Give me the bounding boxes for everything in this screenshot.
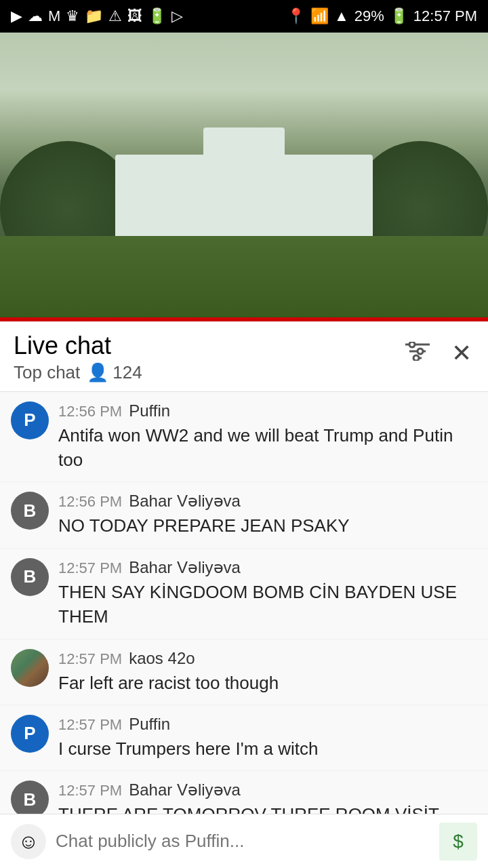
chat-message: B 12:56 PM Bahar Vəliyəva NO TODAY PREPA… bbox=[0, 482, 488, 548]
wifi-icon: 📶 bbox=[310, 7, 329, 25]
location-icon: 📍 bbox=[287, 7, 305, 25]
message-text: THEN SAY KİNGDOOM BOMB CİN BAYDEN USE TH… bbox=[58, 580, 477, 629]
message-meta: 12:56 PM Bahar Vəliyəva bbox=[58, 492, 477, 511]
message-content: 12:57 PM Puffin I curse Trumpers here I'… bbox=[58, 715, 477, 761]
image-icon: 🖼 bbox=[127, 7, 142, 25]
chat-messages-area: P 12:56 PM Puffin Antifa won WW2 and we … bbox=[0, 392, 488, 868]
super-chat-button[interactable]: $ bbox=[439, 823, 477, 861]
folder-icon: 📁 bbox=[85, 7, 103, 25]
message-time: 12:57 PM bbox=[58, 650, 122, 668]
message-author: Puffin bbox=[129, 401, 170, 420]
message-time: 12:57 PM bbox=[58, 782, 122, 800]
mastodon-icon: M bbox=[48, 7, 60, 25]
message-author: Bahar Vəliyəva bbox=[129, 492, 241, 511]
chat-header: Live chat Top chat 👤 124 ✕ bbox=[0, 321, 488, 392]
message-content: 12:56 PM Bahar Vəliyəva NO TODAY PREPARE… bbox=[58, 492, 477, 538]
chat-message: P 12:57 PM Puffin I curse Trumpers here … bbox=[0, 705, 488, 771]
message-meta: 12:56 PM Puffin bbox=[58, 401, 477, 420]
message-content: 12:56 PM Puffin Antifa won WW2 and we wi… bbox=[58, 401, 477, 473]
message-meta: 12:57 PM Puffin bbox=[58, 715, 477, 734]
message-text: NO TODAY PREPARE JEAN PSAKY bbox=[58, 513, 477, 538]
message-author: Bahar Vəliyəva bbox=[129, 558, 241, 577]
emoji-button[interactable]: ☺ bbox=[11, 824, 46, 859]
battery-icon-2: 🔋 bbox=[390, 7, 408, 25]
clock: 12:57 PM bbox=[413, 7, 477, 25]
signal-icon: ▲ bbox=[334, 7, 349, 25]
dollar-icon: $ bbox=[453, 831, 464, 852]
message-time: 12:57 PM bbox=[58, 716, 122, 734]
message-time: 12:56 PM bbox=[58, 493, 122, 511]
message-text: I curse Trumpers here I'm a witch bbox=[58, 736, 477, 761]
message-author: kaos 42o bbox=[129, 649, 195, 668]
message-text: Antifa won WW2 and we will beat Trump an… bbox=[58, 423, 477, 473]
filter-button[interactable] bbox=[403, 338, 432, 369]
avatar: B bbox=[11, 558, 49, 596]
status-bar-right: 📍 📶 ▲ 29% 🔋 12:57 PM bbox=[287, 7, 477, 25]
message-time: 12:56 PM bbox=[58, 403, 122, 420]
chat-input-bar: ☺ $ bbox=[0, 814, 488, 868]
battery-icon: 🔋 bbox=[148, 7, 166, 25]
message-text: Far left are racist too though bbox=[58, 671, 477, 695]
avatar bbox=[11, 649, 49, 687]
battery-percent: 29% bbox=[354, 7, 384, 25]
message-time: 12:57 PM bbox=[58, 559, 122, 577]
avatar: P bbox=[11, 715, 49, 753]
svg-point-3 bbox=[409, 342, 415, 347]
chat-header-actions: ✕ bbox=[403, 332, 474, 370]
avatar: B bbox=[11, 781, 49, 818]
messages-container: P 12:56 PM Puffin Antifa won WW2 and we … bbox=[0, 392, 488, 868]
avatar: B bbox=[11, 492, 49, 530]
avatar: P bbox=[11, 401, 49, 439]
chat-header-sub: Top chat 👤 124 bbox=[14, 362, 142, 383]
close-button[interactable]: ✕ bbox=[449, 336, 474, 370]
alert-icon: ⚠ bbox=[108, 7, 122, 25]
person-icon: 👤 bbox=[87, 362, 108, 383]
chat-message: 12:57 PM kaos 42o Far left are racist to… bbox=[0, 639, 488, 705]
top-chat-label[interactable]: Top chat bbox=[14, 362, 80, 383]
chat-message: P 12:56 PM Puffin Antifa won WW2 and we … bbox=[0, 392, 488, 483]
svg-point-4 bbox=[418, 349, 423, 354]
chat-header-left: Live chat Top chat 👤 124 bbox=[14, 332, 142, 383]
message-meta: 12:57 PM kaos 42o bbox=[58, 649, 477, 668]
emoji-icon: ☺ bbox=[18, 830, 39, 853]
message-content: 12:57 PM Bahar Vəliyəva THEN SAY KİNGDOO… bbox=[58, 558, 477, 629]
viewer-count-number: 124 bbox=[113, 362, 142, 383]
play-icon: ▷ bbox=[171, 7, 183, 25]
message-meta: 12:57 PM Bahar Vəliyəva bbox=[58, 781, 477, 800]
cloud-icon: ☁ bbox=[28, 7, 43, 25]
chat-input[interactable] bbox=[56, 831, 430, 852]
chat-message: B 12:57 PM Bahar Vəliyəva THEN SAY KİNGD… bbox=[0, 549, 488, 639]
close-icon: ✕ bbox=[451, 339, 472, 368]
status-bar: ▶ ☁ M ♛ 📁 ⚠ 🖼 🔋 ▷ 📍 📶 ▲ 29% 🔋 12:57 PM bbox=[0, 0, 488, 33]
live-chat-title: Live chat bbox=[14, 332, 142, 359]
message-author: Bahar Vəliyəva bbox=[129, 781, 241, 800]
viewer-count: 👤 124 bbox=[87, 362, 142, 383]
ground bbox=[0, 236, 488, 317]
message-content: 12:57 PM kaos 42o Far left are racist to… bbox=[58, 649, 477, 695]
youtube-icon: ▶ bbox=[11, 7, 22, 25]
filter-icon bbox=[405, 341, 430, 366]
video-thumbnail[interactable] bbox=[0, 33, 488, 317]
message-author: Puffin bbox=[129, 715, 170, 734]
crown-icon: ♛ bbox=[66, 7, 79, 25]
message-meta: 12:57 PM Bahar Vəliyəva bbox=[58, 558, 477, 577]
status-bar-icons: ▶ ☁ M ♛ 📁 ⚠ 🖼 🔋 ▷ bbox=[11, 7, 183, 25]
svg-point-5 bbox=[413, 355, 419, 361]
